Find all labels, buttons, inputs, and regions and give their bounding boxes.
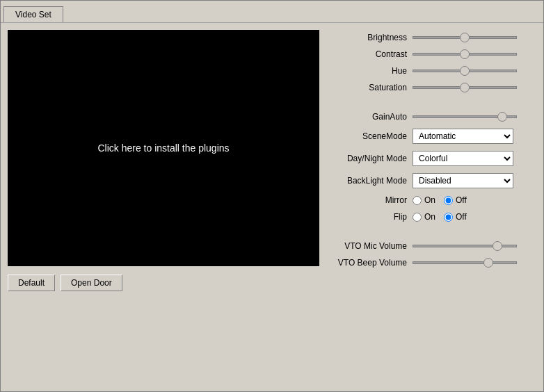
vto-beep-row: VTO Beep Volume (330, 258, 536, 268)
mirror-off-option[interactable]: Off (444, 195, 467, 205)
hue-slider-container (413, 70, 536, 72)
flip-label: Flip (330, 212, 407, 222)
mirror-off-radio[interactable] (444, 196, 453, 205)
install-plugins-text: Click here to install the plugins (97, 142, 229, 154)
flip-on-label: On (424, 212, 435, 222)
main-window: Video Set Click here to install the plug… (0, 0, 544, 392)
mirror-row: Mirror On Off (330, 195, 536, 205)
saturation-slider[interactable] (413, 86, 517, 89)
flip-row: Flip On Off (330, 212, 536, 222)
divider2 (330, 229, 536, 234)
gain-auto-row: GainAuto (330, 112, 536, 122)
vto-beep-slider-container (413, 261, 536, 264)
vto-mic-slider[interactable] (413, 245, 517, 247)
mirror-on-label: On (424, 195, 435, 205)
mirror-on-radio[interactable] (413, 196, 422, 205)
gain-auto-slider[interactable] (413, 115, 517, 118)
saturation-slider-container (413, 86, 536, 89)
open-door-button[interactable]: Open Door (61, 275, 122, 291)
mirror-on-option[interactable]: On (413, 195, 435, 205)
scene-mode-label: SceneMode (330, 131, 407, 141)
brightness-row: Brightness (330, 33, 536, 42)
day-night-label: Day/Night Mode (330, 154, 407, 163)
backlight-select[interactable]: Disabled BLC HLC WDR (413, 173, 513, 188)
vto-mic-row: VTO Mic Volume (330, 241, 536, 251)
gain-auto-label: GainAuto (330, 112, 407, 122)
brightness-slider[interactable] (413, 36, 517, 39)
brightness-label: Brightness (330, 33, 407, 42)
video-panel: Click here to install the plugins Defaul… (8, 30, 319, 384)
flip-radio-group: On Off (413, 212, 536, 222)
button-row: Default Open Door (8, 275, 319, 291)
brightness-slider-container (413, 36, 536, 39)
vto-beep-label: VTO Beep Volume (330, 258, 407, 268)
saturation-row: Saturation (330, 83, 536, 92)
scene-mode-row: SceneMode Automatic Indoor Outdoor (330, 129, 536, 144)
flip-off-label: Off (456, 212, 467, 222)
content-area: Click here to install the plugins Defaul… (1, 23, 543, 391)
day-night-row: Day/Night Mode Colorful Black&White Auto (330, 151, 536, 166)
mirror-radio-group: On Off (413, 195, 536, 205)
vto-mic-label: VTO Mic Volume (330, 241, 407, 251)
video-screen[interactable]: Click here to install the plugins (8, 30, 319, 266)
title-bar: Video Set (1, 1, 543, 23)
mirror-off-label: Off (456, 195, 467, 205)
video-set-tab[interactable]: Video Set (3, 6, 63, 22)
default-button[interactable]: Default (8, 275, 55, 291)
hue-row: Hue (330, 66, 536, 76)
hue-label: Hue (330, 66, 407, 76)
vto-mic-slider-container (413, 245, 536, 247)
vto-beep-slider[interactable] (413, 261, 517, 264)
scene-mode-select[interactable]: Automatic Indoor Outdoor (413, 129, 513, 144)
gain-auto-slider-container (413, 115, 536, 118)
mirror-label: Mirror (330, 195, 407, 205)
contrast-slider[interactable] (413, 53, 517, 56)
contrast-label: Contrast (330, 49, 407, 59)
contrast-slider-container (413, 53, 536, 56)
saturation-label: Saturation (330, 83, 407, 92)
flip-off-radio[interactable] (444, 213, 453, 222)
hue-slider[interactable] (413, 70, 517, 72)
flip-on-radio[interactable] (413, 213, 422, 222)
flip-off-option[interactable]: Off (444, 212, 467, 222)
day-night-select[interactable]: Colorful Black&White Auto (413, 151, 513, 166)
backlight-label: BackLight Mode (330, 176, 407, 186)
divider1 (330, 99, 536, 105)
flip-on-option[interactable]: On (413, 212, 435, 222)
backlight-row: BackLight Mode Disabled BLC HLC WDR (330, 173, 536, 188)
contrast-row: Contrast (330, 49, 536, 59)
settings-panel: Brightness Contrast Hue Saturation (330, 30, 536, 384)
